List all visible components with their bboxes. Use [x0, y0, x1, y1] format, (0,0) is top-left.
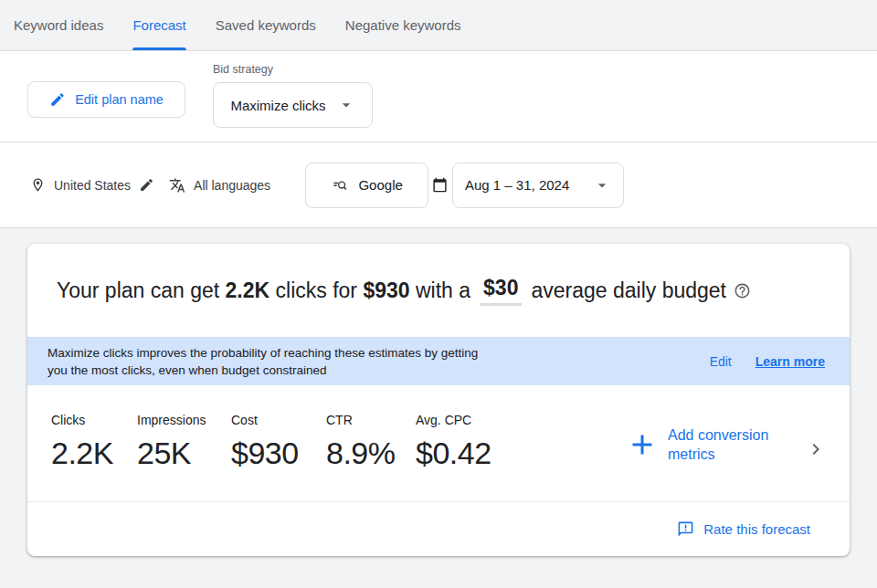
- plus-icon: [626, 428, 659, 461]
- metric-cost: Cost $930: [231, 413, 326, 471]
- metric-value: $930: [231, 436, 326, 471]
- headline-cost-value: $930: [363, 278, 409, 303]
- location-setting[interactable]: United States: [30, 177, 154, 193]
- tab-label: Keyword ideas: [14, 17, 103, 33]
- metric-label: CTR: [326, 413, 416, 427]
- bid-strategy-value: Maximize clicks: [230, 98, 325, 113]
- languages-value: All languages: [194, 178, 270, 193]
- help-icon[interactable]: [734, 282, 751, 299]
- metrics-row: Clicks 2.2K Impressions 25K Cost $930 CT…: [27, 385, 850, 501]
- pencil-icon: [49, 91, 66, 108]
- metric-label: Impressions: [137, 413, 231, 427]
- metric-value: $0.42: [416, 436, 626, 471]
- tab-label: Negative keywords: [345, 17, 461, 33]
- date-range-dropdown[interactable]: Aug 1 – 31, 2024: [452, 163, 624, 208]
- dropdown-arrow-icon: [593, 176, 611, 194]
- headline-suffix: average daily budget: [531, 278, 726, 303]
- banner-links: Edit Learn more: [710, 354, 825, 369]
- language-setting[interactable]: All languages: [169, 177, 270, 194]
- metric-label: Avg. CPC: [416, 413, 626, 427]
- rate-forecast-label: Rate this forecast: [703, 521, 810, 537]
- tab-label: Saved keywords: [216, 17, 316, 33]
- translate-icon: [169, 177, 185, 194]
- metric-clicks: Clicks 2.2K: [51, 413, 137, 471]
- calendar-icon: [432, 177, 448, 193]
- learn-more-link[interactable]: Learn more: [755, 354, 825, 369]
- headline-mid2: with a: [410, 278, 470, 303]
- rate-forecast-button[interactable]: Rate this forecast: [677, 520, 810, 538]
- active-tab-underline: [132, 47, 185, 50]
- headline-prefix: Your plan can get: [57, 278, 226, 303]
- keyword-plan-forecast-page: Keyword ideas Forecast Saved keywords Ne…: [0, 0, 877, 588]
- metric-value: 2.2K: [51, 436, 137, 471]
- headline-clicks-value: 2.2K: [226, 278, 270, 303]
- date-range-value: Aug 1 – 31, 2024: [465, 177, 569, 193]
- edit-plan-name-label: Edit plan name: [75, 92, 164, 107]
- network-value: Google: [358, 177, 402, 193]
- bid-strategy-field: Bid strategy Maximize clicks: [213, 63, 373, 128]
- metric-value: 8.9%: [326, 436, 416, 471]
- targeting-bar: United States All languages Google Aug 1…: [0, 142, 877, 228]
- edit-plan-name-button[interactable]: Edit plan name: [27, 81, 185, 118]
- search-list-icon: [331, 176, 349, 194]
- tab-saved-keywords[interactable]: Saved keywords: [216, 0, 316, 50]
- plan-bar: Edit plan name Bid strategy Maximize cli…: [0, 51, 877, 142]
- metric-label: Cost: [231, 413, 326, 427]
- chevron-right-icon: [805, 438, 827, 460]
- metric-impressions: Impressions 25K: [137, 413, 231, 471]
- banner-line2: you the most clicks, even when budget co…: [48, 362, 478, 379]
- headline-budget-value[interactable]: $30: [480, 276, 522, 306]
- location-pin-icon: [30, 177, 46, 193]
- metric-ctr: CTR 8.9%: [326, 413, 416, 471]
- location-value: United States: [54, 178, 131, 193]
- expand-metrics-chevron[interactable]: [805, 438, 827, 460]
- add-conversion-metrics-button[interactable]: Add conversion metrics: [626, 425, 768, 464]
- bid-strategy-banner: Maximize clicks improves the probability…: [27, 337, 850, 385]
- add-conversion-metrics-label: Add conversion metrics: [668, 425, 768, 464]
- forecast-summary-card: Your plan can get 2.2K clicks for $930 w…: [27, 244, 850, 556]
- tab-forecast[interactable]: Forecast: [132, 0, 185, 50]
- edit-link[interactable]: Edit: [710, 354, 732, 369]
- metric-value: 25K: [137, 436, 231, 471]
- bid-strategy-dropdown[interactable]: Maximize clicks: [213, 82, 373, 128]
- metric-avg-cpc: Avg. CPC $0.42: [416, 413, 626, 471]
- feedback-icon: [677, 520, 694, 538]
- content-area: Your plan can get 2.2K clicks for $930 w…: [0, 228, 877, 588]
- pencil-icon[interactable]: [139, 177, 154, 193]
- banner-line1: Maximize clicks improves the probability…: [48, 344, 478, 362]
- tab-negative-keywords[interactable]: Negative keywords: [345, 0, 461, 50]
- banner-message: Maximize clicks improves the probability…: [48, 344, 478, 379]
- tab-bar: Keyword ideas Forecast Saved keywords Ne…: [0, 0, 877, 51]
- tab-keyword-ideas[interactable]: Keyword ideas: [14, 0, 103, 50]
- metric-label: Clicks: [51, 413, 137, 427]
- bid-strategy-label: Bid strategy: [213, 63, 373, 76]
- tab-label: Forecast: [132, 17, 185, 33]
- dropdown-arrow-icon: [337, 96, 355, 114]
- card-footer: Rate this forecast: [27, 502, 850, 556]
- headline-mid1: clicks for: [269, 278, 363, 303]
- network-dropdown[interactable]: Google: [305, 163, 428, 208]
- forecast-headline: Your plan can get 2.2K clicks for $930 w…: [27, 244, 850, 337]
